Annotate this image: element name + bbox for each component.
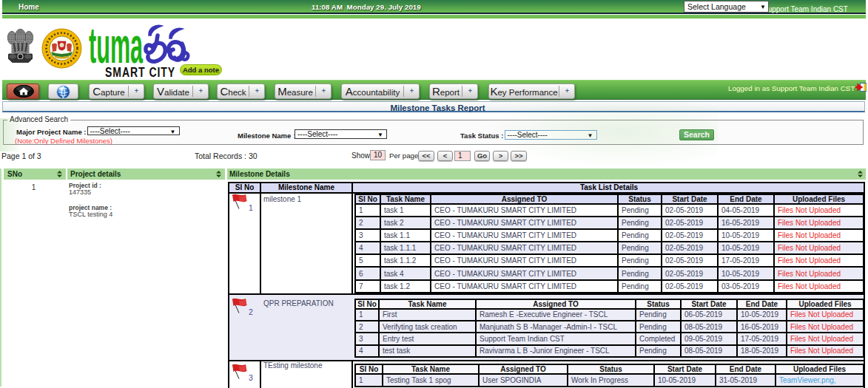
svg-text:tuma: tuma <box>89 21 143 67</box>
